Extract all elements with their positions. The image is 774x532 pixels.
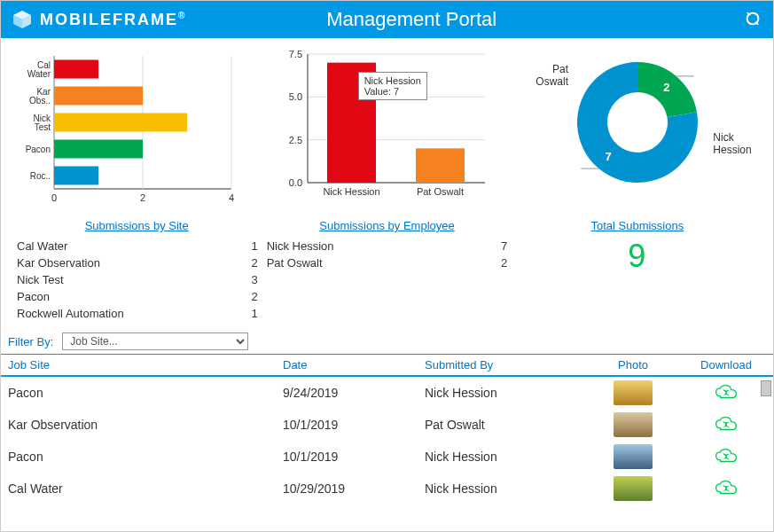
total-submissions-value: 9 [516,238,757,322]
column-header[interactable]: Submitted By [425,358,584,372]
svg-text:CalWater: CalWater [27,60,51,79]
svg-text:7: 7 [606,150,612,163]
thumbnail[interactable] [614,444,653,469]
svg-marker-41 [723,388,725,390]
svg-text:KarObs..: KarObs.. [29,87,51,106]
column-header[interactable]: Download [682,358,770,372]
svg-marker-46 [728,458,730,460]
scrollbar-thumb[interactable] [761,380,771,396]
svg-text:NickTest: NickTest [34,113,51,132]
svg-marker-45 [723,452,725,454]
thumbnail[interactable] [614,380,653,405]
download-button[interactable] [682,383,770,403]
svg-text:Roc..: Roc.. [30,171,51,181]
svg-text:Pacon: Pacon [26,145,51,154]
svg-marker-42 [728,395,730,396]
table-row: Nick Hession7 [267,238,508,254]
grid-header[interactable]: Job SiteDateSubmitted ByPhotoDownload [1,355,773,377]
download-icon [715,447,738,465]
svg-text:Nick Hession: Nick Hession [323,186,379,197]
svg-text:7.5: 7.5 [288,49,301,59]
refresh-button[interactable] [743,9,762,31]
svg-text:2: 2 [663,81,669,94]
page-title: Management Portal [80,8,743,31]
svg-text:0.0: 0.0 [288,177,301,188]
svg-rect-15 [54,87,143,106]
filter-row: Filter By: Job Site... [1,329,773,354]
filter-select[interactable]: Job Site... [62,332,248,350]
download-button[interactable] [682,479,770,499]
download-icon [715,383,738,401]
site-table: Cal Water1Kar Observation2Nick Test3Paco… [17,238,258,322]
svg-text:0: 0 [51,192,57,203]
svg-rect-13 [54,60,98,79]
employee-table: Nick Hession7Pat Oswalt2 [267,238,508,322]
table-row[interactable]: Kar Observation10/1/2019Pat Oswalt [1,409,773,441]
cube-icon [12,9,33,30]
svg-text:2.5: 2.5 [288,135,301,145]
svg-rect-35 [416,148,465,183]
chart-total-submissions[interactable]: 72 Pat Oswalt Nick Hession [518,47,762,215]
column-header[interactable]: Job Site [8,358,283,372]
donut-label-2: Nick Hession [713,131,751,156]
column-header[interactable]: Photo [584,358,682,372]
table-row[interactable]: Cal Water10/29/2019Nick Hession [1,473,773,505]
svg-rect-21 [54,167,98,185]
table-row: Nick Test3 [17,271,258,288]
caption-total[interactable]: Total Submissions [512,219,762,232]
download-button[interactable] [682,447,770,467]
caption-employee[interactable]: Submissions by Employee [262,219,512,232]
svg-rect-17 [54,113,187,132]
svg-text:5.0: 5.0 [288,91,301,102]
caption-site[interactable]: Submissions by Site [12,219,262,232]
svg-text:Pat Oswalt: Pat Oswalt [417,186,464,197]
svg-marker-48 [728,490,730,492]
download-icon [715,479,738,497]
chart-submissions-by-employee[interactable]: 0.02.55.07.5Nick HessionPat Oswalt Nick … [265,47,510,215]
table-row: Rockwell Automation1 [17,305,258,322]
svg-marker-47 [723,484,725,486]
grid-body: Pacon9/24/2019Nick HessionKar Observatio… [1,377,773,505]
table-row: Pacon2 [17,288,258,305]
filter-label: Filter By: [8,335,53,348]
column-header[interactable]: Date [283,358,425,372]
table-row: Pat Oswalt2 [267,254,508,271]
thumbnail[interactable] [614,412,653,437]
download-button[interactable] [682,415,770,435]
svg-rect-33 [327,63,376,183]
svg-marker-43 [723,420,725,422]
table-row: Cal Water1 [17,238,258,254]
table-row[interactable]: Pacon10/1/2019Nick Hession [1,441,773,473]
thumbnail[interactable] [614,476,653,501]
svg-text:2: 2 [140,192,145,203]
app-header: MOBILEFRAME® Management Portal [1,1,773,38]
svg-marker-44 [728,426,730,428]
table-row[interactable]: Pacon9/24/2019Nick Hession [1,377,773,409]
svg-rect-19 [54,140,143,159]
svg-text:4: 4 [229,192,234,203]
table-row: Kar Observation2 [17,254,258,271]
data-grid: Job SiteDateSubmitted ByPhotoDownload Pa… [1,354,773,505]
chart-submissions-by-site[interactable]: 024CalWaterKarObs..NickTestPaconRoc.. [12,47,256,215]
refresh-icon [743,9,762,28]
download-icon [715,415,738,433]
donut-label-1: Pat Oswalt [536,63,568,88]
